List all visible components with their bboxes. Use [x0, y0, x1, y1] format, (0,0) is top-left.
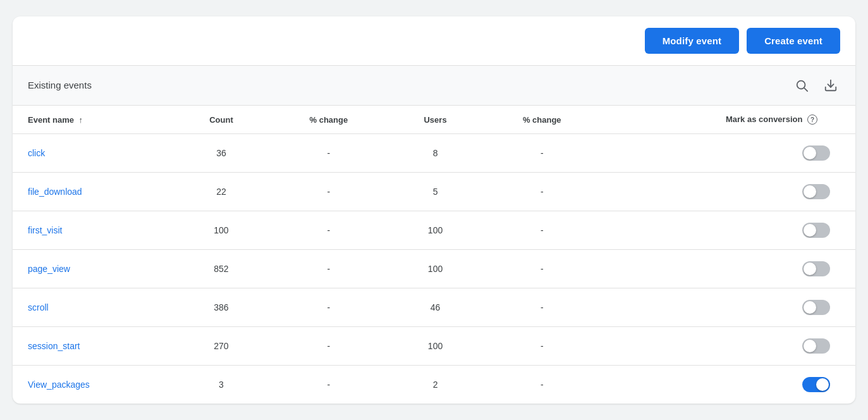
- table-row: first_visit 100 - 100 -: [13, 211, 855, 250]
- col-header-users-pct: % change: [482, 106, 602, 134]
- col-header-conversion: Mark as conversion ?: [602, 106, 855, 134]
- help-icon[interactable]: ?: [807, 114, 817, 125]
- col-header-users: Users: [389, 106, 482, 134]
- col-header-count: Count: [174, 106, 269, 134]
- conversion-cell: [602, 173, 855, 211]
- create-event-button[interactable]: Create event: [747, 28, 840, 54]
- event-name: View_packages: [13, 366, 174, 404]
- event-users: 2: [389, 366, 482, 404]
- section-actions: [792, 76, 840, 95]
- conversion-cell: [602, 327, 855, 366]
- download-button[interactable]: [821, 76, 840, 95]
- modify-event-button[interactable]: Modify event: [645, 28, 739, 54]
- event-users: 100: [389, 327, 482, 366]
- table-row: View_packages 3 - 2 -: [13, 366, 855, 404]
- conversion-toggle[interactable]: [802, 377, 830, 392]
- event-name: scroll: [13, 288, 174, 327]
- event-name: file_download: [13, 173, 174, 211]
- event-users: 8: [389, 134, 482, 173]
- event-count: 22: [174, 173, 269, 211]
- event-users-pct: -: [482, 211, 602, 250]
- conversion-cell: [602, 366, 855, 404]
- event-count-pct: -: [269, 288, 389, 327]
- table-row: scroll 386 - 46 -: [13, 288, 855, 327]
- sort-asc-icon: ↑: [79, 115, 83, 125]
- svg-line-1: [804, 88, 807, 91]
- event-users-pct: -: [482, 250, 602, 288]
- event-users-pct: -: [482, 366, 602, 404]
- col-header-count-pct: % change: [269, 106, 389, 134]
- event-users-pct: -: [482, 327, 602, 366]
- event-count-pct: -: [269, 327, 389, 366]
- event-count-pct: -: [269, 173, 389, 211]
- event-count: 852: [174, 250, 269, 288]
- conversion-toggle[interactable]: [802, 184, 830, 199]
- event-users: 46: [389, 288, 482, 327]
- event-name: first_visit: [13, 211, 174, 250]
- event-count-pct: -: [269, 211, 389, 250]
- event-count-pct: -: [269, 366, 389, 404]
- section-header: Existing events: [13, 66, 855, 106]
- conversion-cell: [602, 250, 855, 288]
- event-count-pct: -: [269, 134, 389, 173]
- table-row: click 36 - 8 -: [13, 134, 855, 173]
- event-name: click: [13, 134, 174, 173]
- conversion-toggle[interactable]: [802, 145, 830, 161]
- section-title: Existing events: [28, 80, 92, 90]
- table-row: file_download 22 - 5 -: [13, 173, 855, 211]
- event-name: page_view: [13, 250, 174, 288]
- table-header-row: Event name ↑ Count % change Users % chan…: [13, 106, 855, 134]
- conversion-toggle[interactable]: [802, 223, 830, 238]
- event-users: 100: [389, 250, 482, 288]
- conversion-toggle[interactable]: [802, 338, 830, 354]
- event-count: 386: [174, 288, 269, 327]
- events-table: Event name ↑ Count % change Users % chan…: [13, 106, 855, 404]
- col-header-name: Event name ↑: [13, 106, 174, 134]
- conversion-toggle[interactable]: [802, 261, 830, 276]
- event-users-pct: -: [482, 173, 602, 211]
- event-count: 100: [174, 211, 269, 250]
- event-count: 270: [174, 327, 269, 366]
- event-count: 36: [174, 134, 269, 173]
- toolbar: Modify event Create event: [13, 16, 855, 66]
- event-users: 5: [389, 173, 482, 211]
- search-icon: [795, 78, 809, 92]
- conversion-cell: [602, 134, 855, 173]
- conversion-cell: [602, 211, 855, 250]
- event-name: session_start: [13, 327, 174, 366]
- event-users-pct: -: [482, 288, 602, 327]
- table-row: page_view 852 - 100 -: [13, 250, 855, 288]
- event-count-pct: -: [269, 250, 389, 288]
- download-icon: [824, 78, 838, 92]
- search-button[interactable]: [792, 76, 811, 95]
- table-row: session_start 270 - 100 -: [13, 327, 855, 366]
- main-card: Modify event Create event Existing event…: [13, 16, 855, 404]
- conversion-cell: [602, 288, 855, 327]
- event-count: 3: [174, 366, 269, 404]
- event-users-pct: -: [482, 134, 602, 173]
- event-users: 100: [389, 211, 482, 250]
- conversion-toggle[interactable]: [802, 300, 830, 315]
